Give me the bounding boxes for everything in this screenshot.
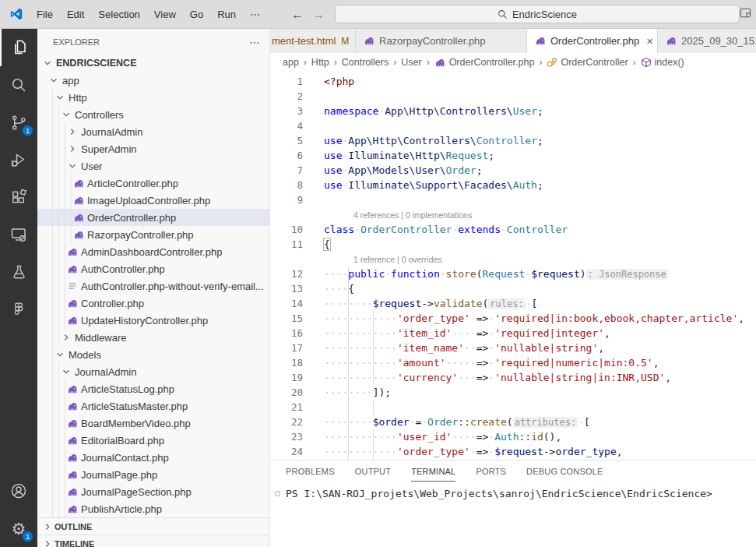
line-number[interactable] <box>270 252 303 266</box>
line-number[interactable]: 6 <box>270 148 303 163</box>
tree-folder-app[interactable]: app <box>37 72 269 89</box>
tree-file-articlestatusmaster-php[interactable]: ArticleStatusMaster.php <box>37 397 269 415</box>
panel-tab-output[interactable]: OUTPUT <box>355 467 391 482</box>
search-icon[interactable] <box>0 66 37 104</box>
close-icon[interactable]: × <box>646 35 653 47</box>
line-number[interactable]: 11 <box>270 237 303 252</box>
code-line[interactable]: ········]); <box>303 385 756 400</box>
line-number[interactable]: 9 <box>270 192 303 207</box>
settings-icon[interactable]: ⚙1 <box>0 510 37 547</box>
tree-folder-controllers[interactable]: Controllers <box>37 106 269 123</box>
sidebar-section-timeline[interactable]: TIMELINE <box>37 535 269 547</box>
code-line[interactable]: ············'item_name'··=>·'nullable|st… <box>303 341 756 355</box>
code-line[interactable]: ········$order·=·Order::create(attribute… <box>303 415 756 429</box>
sidebar-section-outline[interactable]: OUTLINE <box>37 517 269 535</box>
codelens-row[interactable]: 1 reference | 0 overrides <box>303 252 756 266</box>
terminal[interactable]: PS I:\SAN-ROJ_projets\Web_Projects\sanro… <box>270 488 756 499</box>
line-number[interactable]: 17 <box>270 341 303 355</box>
line-number[interactable] <box>270 207 303 222</box>
code-line[interactable]: namespace·App\Http\Controllers\User; <box>303 104 756 118</box>
code-line[interactable]: ····public·function·store(Request·$reque… <box>303 266 756 281</box>
line-number[interactable]: 24 <box>270 444 303 459</box>
breadcrumb-item-app[interactable]: app <box>283 57 299 68</box>
tab-ment-test-html[interactable]: ment-test.htmlM <box>270 29 356 53</box>
menu-edit[interactable]: Edit <box>60 4 91 24</box>
code-line[interactable]: ············'currency'···=>·'nullable|st… <box>303 370 756 385</box>
code-line[interactable]: use·Illuminate\Support\Facades\Auth; <box>303 178 756 192</box>
tree-file-articlestatuslog-php[interactable]: ArticleStatusLog.php <box>37 380 269 397</box>
code-line[interactable] <box>303 118 756 133</box>
code-line[interactable] <box>303 400 756 415</box>
tab-2025-09-30-151[interactable]: 2025_09_30_151 <box>658 29 756 53</box>
code-line[interactable]: ············'user_id'····=>·Auth::id(), <box>303 429 756 444</box>
code-line[interactable]: use·Illuminate\Http\Request; <box>303 148 756 163</box>
run-debug-icon[interactable] <box>0 141 37 178</box>
tree-file-journalcontact-php[interactable]: JournalContact.php <box>37 449 269 466</box>
tree-file-authcontroller-php[interactable]: AuthController.php <box>37 260 269 277</box>
code-line[interactable]: ····{ <box>303 281 756 296</box>
tree-folder-journaladmin[interactable]: JournalAdmin <box>37 363 269 380</box>
code-editor[interactable]: 1<?php23namespace·App\Http\Controllers\U… <box>270 72 756 460</box>
code-line[interactable]: class·OrderController·extends·Controller <box>303 222 756 237</box>
code-line[interactable]: ············'item_id'····=>·'required|in… <box>303 326 756 341</box>
tree-folder-models[interactable]: Models <box>37 346 269 363</box>
code-line[interactable]: use·App\Models\User\Order; <box>303 163 756 178</box>
code-line[interactable] <box>303 192 756 207</box>
sidebar-more-actions-icon[interactable]: ⋯ <box>249 36 260 48</box>
tree-file-journalpage-php[interactable]: JournalPage.php <box>37 466 269 483</box>
code-line[interactable]: ············'order_type'·=>·'required|in… <box>303 311 756 326</box>
tab-razorpaycontroller-php[interactable]: RazorpayController.php <box>356 29 527 53</box>
line-number[interactable]: 1 <box>270 74 303 89</box>
tab-ordercontroller-php[interactable]: OrderController.php× <box>527 29 658 53</box>
menu-selection[interactable]: Selection <box>91 4 146 24</box>
line-number[interactable]: 16 <box>270 326 303 341</box>
line-number[interactable]: 20 <box>270 385 303 400</box>
codelens-label[interactable]: 4 references | 0 implementations <box>353 208 472 223</box>
line-number[interactable]: 2 <box>270 89 303 104</box>
tree-file-authcontroller-php-without-verify-email-[interactable]: AuthController.php-without-verify-email.… <box>37 277 269 295</box>
source-control-icon[interactable]: 1 <box>0 104 37 141</box>
breadcrumb-item-ordercontroller-php[interactable]: OrderController.php <box>434 57 535 69</box>
testing-icon[interactable] <box>0 253 37 291</box>
tree-file-controller-php[interactable]: Controller.php <box>37 295 269 312</box>
customize-layout-icon[interactable] <box>739 6 752 23</box>
line-number[interactable]: 23 <box>270 429 303 444</box>
line-number[interactable]: 3 <box>270 104 303 118</box>
tree-folder-superadmin[interactable]: SuperAdmin <box>37 140 269 157</box>
account-icon[interactable] <box>0 472 37 510</box>
line-number[interactable]: 21 <box>270 400 303 415</box>
line-number[interactable]: 15 <box>270 311 303 326</box>
panel-tab-problems[interactable]: PROBLEMS <box>286 467 335 482</box>
line-number[interactable]: 4 <box>270 118 303 133</box>
code-line[interactable]: <?php <box>303 74 756 89</box>
breadcrumb-item-http[interactable]: Http <box>311 57 329 68</box>
tree-folder-endricscience[interactable]: ENDRICSCIENCE <box>37 55 269 72</box>
extensions-icon[interactable] <box>0 178 37 216</box>
code-line[interactable]: ············'order_type'·=>·$request->or… <box>303 444 756 459</box>
line-number[interactable]: 10 <box>270 222 303 237</box>
line-number[interactable]: 5 <box>270 133 303 148</box>
menu-run[interactable]: Run <box>210 4 243 24</box>
nav-forward-button[interactable]: → <box>312 0 325 29</box>
menu-[interactable]: ⋯ <box>243 4 267 24</box>
code-line[interactable]: ········$request->validate(rules:·[ <box>303 296 756 311</box>
menu-file[interactable]: File <box>30 4 60 24</box>
tree-file-ordercontroller-php[interactable]: OrderController.php <box>37 209 269 226</box>
codelens-label[interactable]: 1 reference | 0 overrides <box>353 252 442 267</box>
line-number[interactable]: 19 <box>270 370 303 385</box>
menu-view[interactable]: View <box>147 4 183 24</box>
breadcrumb-item-ordercontroller[interactable]: OrderController <box>547 57 628 68</box>
command-center-search[interactable]: EndricScience <box>335 5 740 23</box>
panel-tab-ports[interactable]: PORTS <box>476 467 506 482</box>
line-number[interactable]: 22 <box>270 415 303 429</box>
panel-tab-terminal[interactable]: TERMINAL <box>411 467 455 482</box>
tree-folder-journaladmin[interactable]: JournalAdmin <box>37 123 269 140</box>
line-number[interactable]: 13 <box>270 281 303 296</box>
breadcrumb[interactable]: app›Http›Controllers›User›OrderControlle… <box>270 53 756 72</box>
tree-folder-http[interactable]: Http <box>37 89 269 106</box>
tree-folder-user[interactable]: User <box>37 157 269 175</box>
tree-file-razorpaycontroller-php[interactable]: RazorpayController.php <box>37 226 269 243</box>
explorer-icon[interactable] <box>0 29 37 66</box>
code-line[interactable]: ············'amount'·····=>·'required|nu… <box>303 355 756 370</box>
line-number[interactable]: 12 <box>270 266 303 281</box>
